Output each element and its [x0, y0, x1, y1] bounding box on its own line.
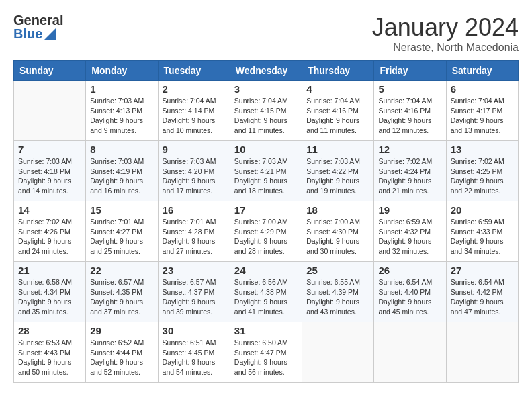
calendar-cell: 7Sunrise: 7:03 AMSunset: 4:18 PMDaylight…	[14, 141, 86, 201]
calendar-cell: 8Sunrise: 7:03 AMSunset: 4:19 PMDaylight…	[86, 141, 158, 201]
calendar-cell: 31Sunrise: 6:50 AMSunset: 4:47 PMDayligh…	[230, 322, 302, 383]
calendar-cell: 23Sunrise: 6:57 AMSunset: 4:37 PMDayligh…	[158, 262, 230, 322]
calendar-cell: 30Sunrise: 6:51 AMSunset: 4:45 PMDayligh…	[158, 322, 230, 383]
week-row-4: 21Sunrise: 6:58 AMSunset: 4:34 PMDayligh…	[14, 262, 519, 322]
day-number: 15	[90, 204, 153, 216]
day-detail: Sunrise: 6:57 AMSunset: 4:35 PMDaylight:…	[90, 277, 153, 317]
calendar-cell: 26Sunrise: 6:54 AMSunset: 4:40 PMDayligh…	[374, 262, 446, 322]
calendar-cell: 1Sunrise: 7:03 AMSunset: 4:13 PMDaylight…	[86, 81, 158, 141]
calendar-cell	[446, 322, 518, 383]
day-detail: Sunrise: 7:02 AMSunset: 4:25 PMDaylight:…	[451, 156, 514, 196]
day-number: 10	[234, 144, 298, 155]
calendar-cell: 28Sunrise: 6:53 AMSunset: 4:43 PMDayligh…	[14, 322, 86, 383]
day-number: 26	[378, 265, 441, 276]
week-row-2: 7Sunrise: 7:03 AMSunset: 4:18 PMDaylight…	[14, 141, 519, 201]
calendar-cell: 18Sunrise: 7:00 AMSunset: 4:30 PMDayligh…	[302, 201, 374, 262]
day-number: 6	[451, 83, 514, 95]
day-number: 25	[306, 265, 369, 276]
location-title: Neraste, North Macedonia	[372, 42, 519, 54]
day-detail: Sunrise: 7:04 AMSunset: 4:15 PMDaylight:…	[234, 96, 298, 136]
logo: General Blue	[13, 13, 63, 40]
day-detail: Sunrise: 6:54 AMSunset: 4:40 PMDaylight:…	[378, 277, 441, 317]
calendar-cell: 13Sunrise: 7:02 AMSunset: 4:25 PMDayligh…	[446, 141, 518, 201]
day-detail: Sunrise: 7:04 AMSunset: 4:16 PMDaylight:…	[378, 96, 441, 136]
day-detail: Sunrise: 7:03 AMSunset: 4:19 PMDaylight:…	[90, 156, 153, 196]
calendar-cell: 14Sunrise: 7:02 AMSunset: 4:26 PMDayligh…	[14, 201, 86, 262]
header-day-tuesday: Tuesday	[158, 61, 230, 81]
title-section: January 2024 Neraste, North Macedonia	[372, 13, 519, 54]
day-number: 3	[234, 83, 298, 95]
calendar-cell: 17Sunrise: 7:00 AMSunset: 4:29 PMDayligh…	[230, 201, 302, 262]
day-detail: Sunrise: 6:58 AMSunset: 4:34 PMDaylight:…	[18, 277, 81, 317]
day-detail: Sunrise: 7:04 AMSunset: 4:16 PMDaylight:…	[306, 96, 369, 136]
logo-blue: Blue	[13, 27, 42, 40]
calendar-cell: 11Sunrise: 7:03 AMSunset: 4:22 PMDayligh…	[302, 141, 374, 201]
day-number: 14	[18, 204, 81, 216]
header-day-monday: Monday	[86, 61, 158, 81]
calendar-table: SundayMondayTuesdayWednesdayThursdayFrid…	[13, 60, 519, 383]
day-detail: Sunrise: 7:04 AMSunset: 4:14 PMDaylight:…	[163, 96, 226, 136]
day-number: 17	[234, 204, 298, 216]
day-detail: Sunrise: 7:01 AMSunset: 4:27 PMDaylight:…	[90, 217, 153, 257]
day-number: 18	[306, 204, 369, 216]
day-detail: Sunrise: 6:59 AMSunset: 4:32 PMDaylight:…	[378, 217, 441, 257]
calendar-cell: 6Sunrise: 7:04 AMSunset: 4:17 PMDaylight…	[446, 81, 518, 141]
logo-general: General	[13, 13, 63, 27]
day-number: 7	[18, 144, 81, 155]
day-detail: Sunrise: 6:57 AMSunset: 4:37 PMDaylight:…	[163, 277, 226, 317]
day-detail: Sunrise: 7:02 AMSunset: 4:24 PMDaylight:…	[378, 156, 441, 196]
day-detail: Sunrise: 6:52 AMSunset: 4:44 PMDaylight:…	[90, 338, 153, 377]
day-number: 23	[163, 265, 226, 276]
day-detail: Sunrise: 7:00 AMSunset: 4:29 PMDaylight:…	[234, 217, 298, 257]
day-detail: Sunrise: 6:53 AMSunset: 4:43 PMDaylight:…	[18, 338, 81, 377]
calendar-cell: 27Sunrise: 6:54 AMSunset: 4:42 PMDayligh…	[446, 262, 518, 322]
day-number: 22	[90, 265, 153, 276]
week-row-5: 28Sunrise: 6:53 AMSunset: 4:43 PMDayligh…	[14, 322, 519, 383]
calendar-cell: 25Sunrise: 6:55 AMSunset: 4:39 PMDayligh…	[302, 262, 374, 322]
day-number: 4	[306, 83, 369, 95]
day-detail: Sunrise: 6:54 AMSunset: 4:42 PMDaylight:…	[451, 277, 514, 317]
day-detail: Sunrise: 7:01 AMSunset: 4:28 PMDaylight:…	[163, 217, 226, 257]
calendar-cell: 12Sunrise: 7:02 AMSunset: 4:24 PMDayligh…	[374, 141, 446, 201]
calendar-body: 1Sunrise: 7:03 AMSunset: 4:13 PMDaylight…	[14, 81, 519, 383]
day-detail: Sunrise: 6:51 AMSunset: 4:45 PMDaylight:…	[163, 338, 226, 377]
day-number: 19	[378, 204, 441, 216]
header-row: SundayMondayTuesdayWednesdayThursdayFrid…	[14, 61, 519, 81]
logo-triangle-icon	[44, 28, 56, 40]
header-day-wednesday: Wednesday	[230, 61, 302, 81]
day-detail: Sunrise: 7:03 AMSunset: 4:21 PMDaylight:…	[234, 156, 298, 196]
day-number: 5	[378, 83, 441, 95]
day-number: 8	[90, 144, 153, 155]
header-day-sunday: Sunday	[14, 61, 86, 81]
calendar-cell: 3Sunrise: 7:04 AMSunset: 4:15 PMDaylight…	[230, 81, 302, 141]
calendar-cell: 2Sunrise: 7:04 AMSunset: 4:14 PMDaylight…	[158, 81, 230, 141]
day-number: 12	[378, 144, 441, 155]
day-number: 11	[306, 144, 369, 155]
day-detail: Sunrise: 7:03 AMSunset: 4:22 PMDaylight:…	[306, 156, 369, 196]
day-detail: Sunrise: 6:55 AMSunset: 4:39 PMDaylight:…	[306, 277, 369, 317]
week-row-1: 1Sunrise: 7:03 AMSunset: 4:13 PMDaylight…	[14, 81, 519, 141]
calendar-cell: 22Sunrise: 6:57 AMSunset: 4:35 PMDayligh…	[86, 262, 158, 322]
day-number: 20	[451, 204, 514, 216]
page-header: General Blue January 2024 Neraste, North…	[13, 13, 519, 54]
day-number: 27	[451, 265, 514, 276]
calendar-cell: 19Sunrise: 6:59 AMSunset: 4:32 PMDayligh…	[374, 201, 446, 262]
calendar-cell: 15Sunrise: 7:01 AMSunset: 4:27 PMDayligh…	[86, 201, 158, 262]
day-number: 13	[451, 144, 514, 155]
month-title: January 2024	[372, 13, 519, 42]
day-number: 24	[234, 265, 298, 276]
header-day-thursday: Thursday	[302, 61, 374, 81]
day-number: 9	[163, 144, 226, 155]
day-detail: Sunrise: 7:03 AMSunset: 4:18 PMDaylight:…	[18, 156, 81, 196]
day-number: 1	[90, 83, 153, 95]
day-number: 2	[163, 83, 226, 95]
calendar-cell: 4Sunrise: 7:04 AMSunset: 4:16 PMDaylight…	[302, 81, 374, 141]
day-detail: Sunrise: 6:56 AMSunset: 4:38 PMDaylight:…	[234, 277, 298, 317]
calendar-cell: 24Sunrise: 6:56 AMSunset: 4:38 PMDayligh…	[230, 262, 302, 322]
day-number: 31	[234, 325, 298, 336]
day-number: 30	[163, 325, 226, 336]
calendar-cell	[14, 81, 86, 141]
svg-marker-0	[44, 28, 56, 40]
day-detail: Sunrise: 7:02 AMSunset: 4:26 PMDaylight:…	[18, 217, 81, 257]
day-number: 21	[18, 265, 81, 276]
